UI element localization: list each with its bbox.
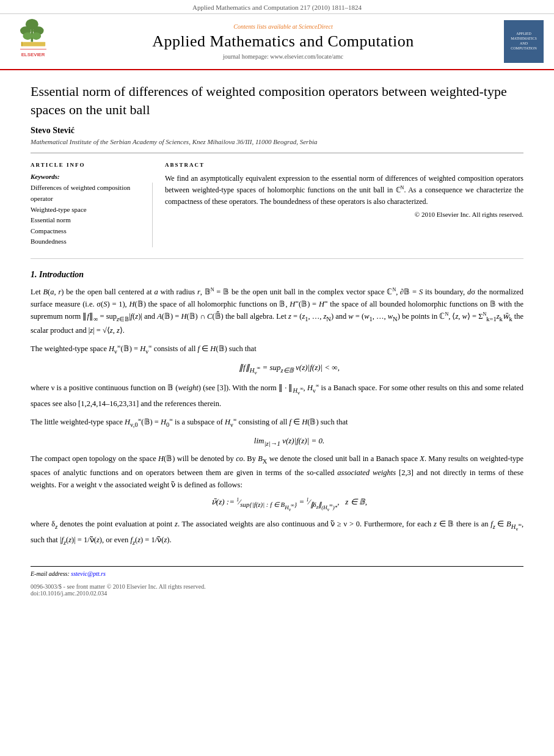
issn-text: 0096-3003/$ - see front matter © 2010 El… — [31, 583, 523, 590]
sciencedirect-link: Contents lists available at ScienceDirec… — [68, 23, 498, 30]
banner-center: Contents lists available at ScienceDirec… — [68, 23, 498, 60]
article-info-heading: ARTICLE INFO — [31, 162, 153, 168]
abstract-column: ABSTRACT We find an asymptotically equiv… — [165, 162, 523, 247]
keyword-1: Differences of weighted composition oper… — [31, 183, 146, 204]
sciencedirect-name: ScienceDirect — [299, 23, 333, 30]
svg-point-5 — [23, 32, 32, 40]
intro-para6: where δz denotes the point evaluation at… — [31, 518, 523, 548]
svg-rect-10 — [20, 49, 46, 49]
intro-para2: The weighted-type space Hν∞(𝔹) = Hν∞ con… — [31, 343, 523, 357]
intro-para1: Let B(a, r) be the open ball centered at… — [31, 286, 523, 336]
intro-para4: The little weighted-type space Hν,0∞(𝔹) … — [31, 416, 523, 430]
contents-text: Contents lists available at — [233, 23, 297, 30]
article-info-column: ARTICLE INFO Keywords: Differences of we… — [31, 162, 153, 247]
formula-3: ν̃(z) := 1⁄sup{|f(z)| : f ∈ BHν∞} = 1⁄‖δ… — [55, 497, 523, 512]
introduction-heading: 1. Introduction — [31, 270, 523, 280]
abstract-heading: ABSTRACT — [165, 162, 523, 168]
citation-text: Applied Mathematics and Computation 217 … — [192, 4, 362, 11]
main-content: Essential norm of differences of weighte… — [0, 70, 554, 615]
keywords-list: Differences of weighted composition oper… — [31, 183, 153, 247]
author-affiliation: Mathematical Institute of the Serbian Ac… — [31, 138, 523, 153]
keyword-4: Compactness — [31, 226, 146, 237]
svg-rect-7 — [21, 42, 45, 46]
banner-right: APPLIEDMATHEMATICSANDCOMPUTATION — [504, 20, 547, 63]
author-name: Stevo Stević — [31, 126, 523, 136]
introduction-heading-text: 1. Introduction — [31, 270, 84, 279]
elsevier-logo-area: ELSEVIER — [7, 19, 62, 64]
formula-1: ‖f‖Hν∞ = supz∈𝔹 ν(z)|f(z)| < ∞, — [55, 363, 523, 376]
keyword-3: Essential norm — [31, 215, 146, 226]
elsevier-logo: ELSEVIER — [7, 19, 59, 62]
svg-text:ELSEVIER: ELSEVIER — [21, 52, 45, 57]
keywords-label: Keywords: — [31, 173, 153, 180]
journal-thumbnail: APPLIEDMATHEMATICSANDCOMPUTATION — [504, 20, 544, 63]
article-info-abstract: ARTICLE INFO Keywords: Differences of we… — [31, 162, 523, 259]
journal-banner: ELSEVIER Contents lists available at Sci… — [0, 14, 554, 70]
footnote-bar: E-mail address: sstevic@ptt.rs — [31, 566, 523, 577]
journal-title: Applied Mathematics and Computation — [68, 32, 498, 51]
keyword-2: Weighted-type space — [31, 205, 146, 216]
journal-homepage: journal homepage: www.elsevier.com/locat… — [68, 53, 498, 60]
footnote-email: E-mail address: sstevic@ptt.rs — [31, 570, 523, 577]
intro-para5: The compact open topology on the space H… — [31, 453, 523, 491]
keyword-5: Boundedness — [31, 236, 146, 247]
bottom-bar: 0096-3003/$ - see front matter © 2010 El… — [31, 583, 523, 597]
article-title: Essential norm of differences of weighte… — [31, 82, 523, 118]
abstract-copyright: © 2010 Elsevier Inc. All rights reserved… — [165, 211, 523, 218]
email-label: E-mail address: — [31, 570, 70, 577]
formula-2: lim|z|→1 ν(z)|f(z)| = 0. — [55, 436, 523, 447]
email-value: sstevic@ptt.rs — [71, 570, 106, 577]
svg-point-6 — [31, 32, 41, 40]
svg-rect-8 — [21, 42, 23, 46]
doi-text: doi:10.1016/j.amc.2010.02.034 — [31, 590, 523, 597]
abstract-text: We find an asymptotically equivalent exp… — [165, 173, 523, 207]
intro-para3: where ν is a positive continuous functio… — [31, 382, 523, 409]
journal-citation: Applied Mathematics and Computation 217 … — [0, 0, 554, 14]
